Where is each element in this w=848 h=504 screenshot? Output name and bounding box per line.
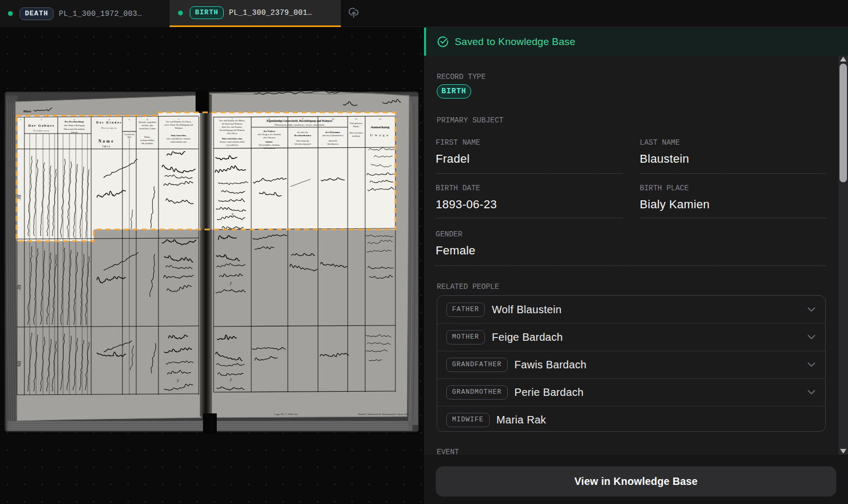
svg-text:Beschneidenden: Beschneidenden bbox=[294, 134, 311, 137]
svg-text:dzieci nieżywo: dzieci nieżywo bbox=[349, 131, 363, 134]
svg-text:Eigenhändige Unterschrift, Bes: Eigenhändige Unterschrift, Beschäftigung… bbox=[267, 119, 332, 122]
svg-text:Beschäftigung und Wohnort: Beschäftigung und Wohnort bbox=[219, 129, 245, 131]
svg-text:obrzezującego: obrzezującego bbox=[296, 139, 309, 142]
svg-text:miejsce zamieszkania matki: miejsce zamieszkania matki bbox=[220, 140, 245, 143]
svg-text:oder des Geburtshelfers: oder des Geburtshelfers bbox=[322, 134, 343, 137]
svg-text:urodzone: urodzone bbox=[352, 135, 360, 137]
svg-text:Des Kindes: Des Kindes bbox=[96, 121, 122, 124]
svg-text:rzekomo ślubne: rzekomo ślubne bbox=[140, 139, 155, 142]
svg-text:Todt geborene: Todt geborene bbox=[350, 122, 363, 125]
svg-text:Wohnort: Wohnort bbox=[175, 127, 183, 129]
svg-text:eheliche oder: eheliche oder bbox=[142, 124, 154, 127]
svg-text:Der Geburt: Der Geburt bbox=[28, 123, 55, 128]
svg-text:Imię i nazwisko, stan,: Imię i nazwisko, stan, bbox=[222, 137, 243, 140]
svg-text:Imię: Imię bbox=[102, 145, 111, 148]
svg-text:lub obrzezujących: lub obrzezujących bbox=[295, 143, 311, 145]
svg-text:Płeć: Płeć bbox=[127, 136, 131, 138]
svg-text:Urodzenia: Urodzenia bbox=[33, 129, 49, 132]
svg-text:Uwaga: Uwaga bbox=[370, 133, 390, 137]
svg-text:Dziecięcia: Dziecięcia bbox=[101, 127, 117, 129]
svg-text:ihrer Eltern: ihrer Eltern bbox=[227, 132, 237, 135]
svg-text:akuszerki: akuszerki bbox=[329, 139, 338, 142]
svg-text:Kinder: Kinder bbox=[353, 125, 359, 128]
svg-text:lub Szamesa: lub Szamesa bbox=[263, 147, 275, 149]
svg-text:oder Namen-Beilegung: oder Namen-Beilegung bbox=[64, 124, 85, 127]
svg-text:lub nieślubne: lub nieślubne bbox=[142, 142, 154, 145]
svg-text:oder Schemes: oder Schemes bbox=[263, 136, 276, 139]
svg-text:i jej rodziców: i jej rodziców bbox=[226, 144, 238, 146]
svg-text:uneheliche Geburt: uneheliche Geburt bbox=[139, 127, 156, 130]
svg-text:Imię i nazwisko,: Imię i nazwisko, bbox=[171, 134, 187, 137]
svg-text:11: 11 bbox=[355, 118, 358, 120]
svg-text:lub akuszera: lub akuszera bbox=[327, 143, 338, 145]
svg-text:12: 12 bbox=[379, 118, 382, 120]
svg-text:Name: Name bbox=[99, 139, 115, 144]
svg-text:kumów: kumów bbox=[266, 140, 272, 143]
svg-text:des oder der: des oder der bbox=[297, 131, 308, 134]
svg-text:Anmerkung: Anmerkung bbox=[370, 125, 390, 129]
svg-text:der Hebamme: der Hebamme bbox=[325, 131, 340, 134]
svg-text:Obrzezania lub nadania: Obrzezania lub nadania bbox=[64, 128, 85, 130]
svg-text:zamieszkania ojca: zamieszkania ojca bbox=[171, 140, 187, 143]
svg-text:der Pathen: der Pathen bbox=[263, 130, 275, 132]
svg-text:imienia: imienia bbox=[71, 131, 78, 134]
svg-text:10: 10 bbox=[332, 118, 335, 120]
svg-text:y: y bbox=[231, 211, 234, 216]
